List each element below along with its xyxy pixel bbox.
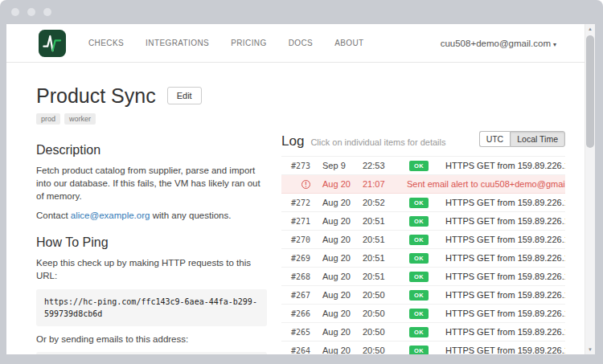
log-row-number: #272 — [281, 198, 310, 207]
edit-button[interactable]: Edit — [167, 87, 202, 104]
browser-window: CHECKS INTEGRATIONS PRICING DOCS ABOUT c… — [0, 0, 603, 364]
log-row-number: #266 — [281, 309, 310, 318]
window-dot-icon[interactable] — [27, 8, 35, 16]
log-row-time: 20:51 — [363, 235, 396, 244]
log-row[interactable]: #269 Aug 20 20:51 OK HTTPS GET from 159.… — [281, 249, 565, 268]
contact-suffix: with any questions. — [150, 211, 231, 220]
chevron-down-icon: ▾ — [553, 41, 556, 48]
log-row-number: #269 — [281, 254, 310, 263]
log-row-time: 22:53 — [363, 161, 396, 170]
app-logo-icon[interactable] — [39, 30, 66, 57]
log-row-number: #273 — [281, 162, 310, 170]
log-row-number: #265 — [281, 328, 310, 337]
log-row-time: 21:07 — [363, 179, 396, 189]
log-row-message: HTTPS GET from 159.89.226.126 — [445, 253, 565, 263]
ok-status-badge: OK — [409, 346, 429, 354]
log-row-time: 20:52 — [363, 198, 396, 207]
log-row-date: Aug 20 — [322, 309, 363, 318]
log-row-date: Sep 9 — [322, 161, 363, 170]
log-row-date: Aug 20 — [322, 198, 363, 207]
log-row-alert[interactable]: ! Aug 20 21:07 Sent email alert to cuu50… — [281, 175, 565, 194]
log-row-number: #267 — [281, 291, 310, 300]
contact-prefix: Contact — [36, 211, 71, 220]
window-controls[interactable] — [11, 8, 51, 16]
ok-status-badge: OK — [409, 290, 429, 301]
description-text: Fetch product catalog from supplier, par… — [36, 164, 267, 202]
log-row-date: Aug 20 — [322, 253, 363, 263]
log-row[interactable]: #267 Aug 20 20:50 OK HTTPS GET from 159.… — [281, 286, 565, 305]
ok-status-badge: OK — [409, 253, 429, 264]
nav-item-integrations[interactable]: INTEGRATIONS — [146, 39, 209, 47]
scroll-up-icon[interactable]: ▲ — [585, 24, 595, 34]
log-row[interactable]: #271 Aug 20 20:51 OK HTTPS GET from 159.… — [281, 212, 565, 231]
log-header: Log Click on individual items for detail… — [281, 133, 565, 149]
log-row-time: 20:50 — [363, 290, 396, 300]
nav-menu: CHECKS INTEGRATIONS PRICING DOCS ABOUT — [88, 39, 364, 47]
log-row-message: HTTPS GET from 159.89.226.126 — [445, 216, 565, 226]
nav-item-checks[interactable]: CHECKS — [88, 39, 124, 47]
log-row[interactable]: #266 Aug 20 20:50 OK HTTPS GET from 159.… — [281, 305, 565, 323]
log-row-message: HTTPS GET from 159.89.226.126 — [445, 272, 565, 281]
account-menu[interactable]: cuu508+demo@gmail.com▾ — [441, 39, 556, 48]
utc-button[interactable]: UTC — [479, 131, 511, 147]
main-content: Product Sync Edit prod worker Descriptio… — [6, 63, 585, 354]
nav-item-docs[interactable]: DOCS — [289, 39, 314, 47]
log-row-time: 20:50 — [363, 327, 396, 337]
log-row-message: HTTPS GET from 159.89.226.126 — [445, 327, 565, 337]
log-row-number: #271 — [281, 217, 310, 226]
timezone-toggle: UTC Local Time — [479, 131, 565, 147]
nav-item-pricing[interactable]: PRICING — [231, 39, 266, 47]
log-row-number: #264 — [281, 346, 310, 355]
how-to-ping-heading: How To Ping — [36, 235, 267, 250]
log-row-number: #268 — [281, 272, 310, 281]
description-heading: Description — [36, 143, 267, 157]
nav-item-about[interactable]: ABOUT — [334, 39, 363, 47]
scrollbar-thumb[interactable] — [586, 35, 594, 148]
log-row-date: Aug 20 — [322, 290, 363, 300]
log-row-message: HTTPS GET from 159.89.226.126 — [445, 198, 565, 207]
log-row-time: 20:50 — [363, 309, 396, 318]
log-row-date: Aug 20 — [322, 216, 363, 226]
scrollbar[interactable]: ▲ ▼ — [585, 24, 595, 354]
ping-email-code[interactable]: ffc143c9-6aea-44fa-b299-599739d8cb6d@hc-… — [36, 352, 267, 354]
tag-badge[interactable]: worker — [64, 113, 96, 125]
ok-status-badge: OK — [409, 161, 429, 171]
log-row-time: 20:50 — [363, 346, 396, 354]
account-email: cuu508+demo@gmail.com — [441, 39, 551, 48]
ping-url-code[interactable]: https://hc-ping.com/ffc143c9-6aea-44fa-b… — [36, 289, 267, 326]
log-row-message: HTTPS GET from 159.89.226.126 — [445, 346, 565, 354]
ok-status-badge: OK — [409, 198, 429, 208]
log-column: Log Click on individual items for detail… — [281, 84, 565, 354]
navbar: CHECKS INTEGRATIONS PRICING DOCS ABOUT c… — [6, 24, 595, 63]
local-time-button[interactable]: Local Time — [510, 131, 565, 147]
log-row-time: 20:51 — [363, 272, 396, 281]
description-section: Description Fetch product catalog from s… — [36, 143, 267, 222]
window-titlebar — [0, 0, 603, 24]
log-row-time: 20:51 — [363, 253, 396, 263]
tag-badge[interactable]: prod — [36, 113, 60, 125]
log-row[interactable]: #265 Aug 20 20:50 OK HTTPS GET from 159.… — [281, 323, 565, 342]
log-row-date: Aug 20 — [322, 327, 363, 337]
log-row-message: Sent email alert to cuu508+demo@gmail.co… — [407, 179, 565, 189]
scroll-down-icon[interactable]: ▼ — [585, 345, 595, 354]
window-dot-icon[interactable] — [43, 8, 51, 16]
log-row-date: Aug 20 — [322, 235, 363, 244]
log-row[interactable]: #273 Sep 9 22:53 OK HTTPS GET from 159.8… — [281, 157, 565, 175]
window-dot-icon[interactable] — [11, 8, 19, 16]
log-subtitle: Click on individual items for details — [310, 137, 445, 147]
contact-email-link[interactable]: alice@example.org — [71, 211, 150, 220]
check-details-column: Product Sync Edit prod worker Descriptio… — [36, 84, 267, 354]
how-to-ping-section: How To Ping Keep this check up by making… — [36, 235, 267, 354]
log-row-date: Aug 20 — [322, 346, 363, 354]
log-row-message: HTTPS GET from 159.89.226.126 — [445, 235, 565, 244]
ok-status-badge: OK — [409, 216, 429, 227]
log-row[interactable]: #270 Aug 20 20:51 OK HTTPS GET from 159.… — [281, 231, 565, 249]
log-row-time: 20:51 — [363, 216, 396, 226]
ok-status-badge: OK — [409, 272, 429, 282]
contact-text: Contact alice@example.org with any quest… — [36, 209, 267, 222]
log-row[interactable]: #268 Aug 20 20:51 OK HTTPS GET from 159.… — [281, 268, 565, 286]
email-intro-text: Or by sending emails to this address: — [36, 333, 267, 346]
log-row[interactable]: #272 Aug 20 20:52 OK HTTPS GET from 159.… — [281, 194, 565, 212]
http-intro-text: Keep this check up by making HTTP reques… — [36, 256, 267, 282]
log-row[interactable]: #264 Aug 20 20:50 OK HTTPS GET from 159.… — [281, 342, 565, 354]
